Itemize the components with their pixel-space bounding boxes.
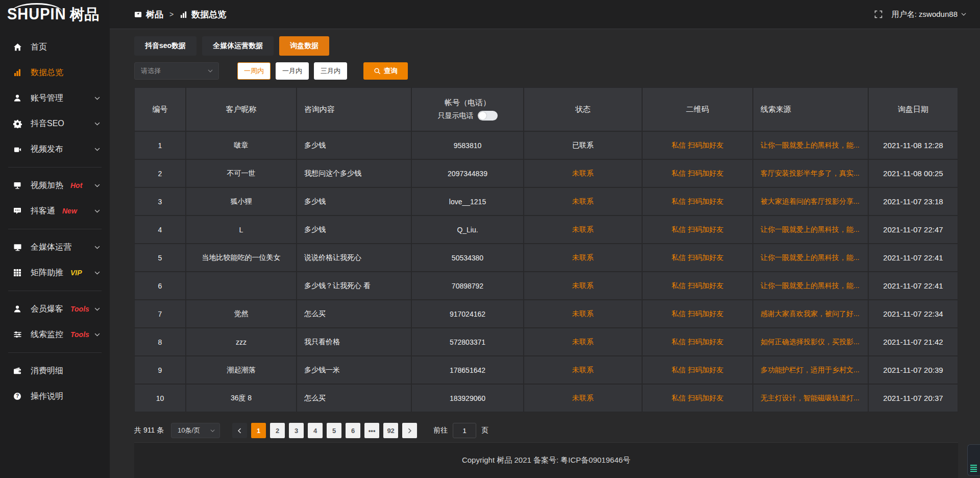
page-button-4[interactable]: 4 xyxy=(308,423,323,438)
row-nickname: 狐小狸 xyxy=(186,188,296,215)
row-date: 2021-11-07 22:47 xyxy=(869,216,958,243)
sidebar-item-video-publish[interactable]: 视频发布 xyxy=(0,136,110,162)
tab-3[interactable]: 询盘数据 xyxy=(279,36,329,56)
sidebar-item-instructions[interactable]: ?操作说明 xyxy=(0,384,110,409)
phone-only-toggle[interactable] xyxy=(478,111,498,121)
page-button-3[interactable]: 3 xyxy=(289,423,304,438)
sidebar-item-douketong[interactable]: 抖客通New xyxy=(0,198,110,224)
row-status: 未联系 xyxy=(524,300,642,327)
more-pages-button[interactable]: ••• xyxy=(364,423,379,438)
tab-1[interactable]: 抖音seo数据 xyxy=(134,36,197,56)
question-icon: ? xyxy=(12,392,22,401)
row-nickname: 潮起潮落 xyxy=(186,356,296,384)
sidebar-item-account-manage[interactable]: 账号管理 xyxy=(0,85,110,111)
row-qr-link[interactable]: 私信 扫码加好友 xyxy=(643,160,752,187)
row-id: 7 xyxy=(135,300,185,327)
user-menu[interactable]: 用户名: zswodun88 xyxy=(892,10,967,19)
row-qr-link[interactable]: 私信 扫码加好友 xyxy=(643,216,752,243)
prev-page-button[interactable] xyxy=(232,423,247,438)
row-account: 183929060 xyxy=(412,385,523,412)
pagination: 共 911 条 10条/页 123456•••92 前往 页 xyxy=(134,423,958,438)
sidebar-item-douyin-seo[interactable]: 抖音SEO xyxy=(0,111,110,136)
row-id: 5 xyxy=(135,244,185,271)
page-size-value: 10条/页 xyxy=(178,426,200,435)
sidebar-item-label: 视频发布 xyxy=(31,144,63,155)
arrow-left-icon xyxy=(236,427,243,434)
sidebar-item-member-burst[interactable]: 会员爆客Tools xyxy=(0,296,110,322)
goto-page-input[interactable] xyxy=(453,423,476,438)
row-qr-link[interactable]: 私信 扫码加好友 xyxy=(643,385,752,412)
logo-text-cn: 树品 xyxy=(70,7,100,22)
tab-2[interactable]: 全媒体运营数据 xyxy=(202,36,274,56)
sidebar-item-omni-media[interactable]: 全媒体运营 xyxy=(0,234,110,260)
row-qr-link[interactable]: 私信 扫码加好友 xyxy=(643,188,752,215)
row-source-link[interactable]: 无主灯设计，智能磁吸轨道灯... xyxy=(753,385,868,412)
page-size-select[interactable]: 10条/页 xyxy=(171,423,220,438)
row-content: 我只看价格 xyxy=(297,328,411,355)
fullscreen-icon[interactable] xyxy=(874,10,883,18)
row-source-link[interactable]: 客厅安装投影半年多了，真实... xyxy=(753,160,868,187)
row-qr-link[interactable]: 私信 扫码加好友 xyxy=(643,132,752,159)
row-source-link[interactable]: 让你一眼就爱上的黑科技，能... xyxy=(753,272,868,299)
sidebar-item-video-heat[interactable]: 视频加热Hot xyxy=(0,173,110,198)
row-date: 2021-11-08 00:25 xyxy=(869,160,958,187)
page-button-92[interactable]: 92 xyxy=(383,423,398,438)
page-button-1[interactable]: 1 xyxy=(251,423,266,438)
range-button-2[interactable]: 一月内 xyxy=(276,62,309,80)
row-account: love__1215 xyxy=(412,188,523,215)
row-account: 70898792 xyxy=(412,272,523,299)
page-button-5[interactable]: 5 xyxy=(327,423,341,438)
breadcrumb-app[interactable]: 树品 xyxy=(146,9,163,20)
sidebar-item-label: 抖客通 xyxy=(31,206,55,217)
row-account: 9583810 xyxy=(412,132,523,159)
sidebar-item-label: 线索监控 xyxy=(31,329,63,340)
goto-label: 前往 xyxy=(433,426,448,435)
row-qr-link[interactable]: 私信 扫码加好友 xyxy=(643,244,752,271)
sidebar-item-data-overview[interactable]: 数据总览 xyxy=(0,60,110,85)
chevron-down-icon xyxy=(94,121,101,127)
col-header-date: 询盘日期 xyxy=(869,88,958,131)
page-button-2[interactable]: 2 xyxy=(270,423,285,438)
query-button[interactable]: 查询 xyxy=(363,62,408,80)
row-qr-link[interactable]: 私信 扫码加好友 xyxy=(643,328,752,355)
row-account: Q_Liu. xyxy=(412,216,523,243)
sidebar-item-home[interactable]: 首页 xyxy=(0,34,110,60)
row-qr-link[interactable]: 私信 扫码加好友 xyxy=(643,300,752,327)
row-source-link[interactable]: 让你一眼就爱上的黑科技，能... xyxy=(753,244,868,271)
row-source-link[interactable]: 如何正确选择投影仪，买投影... xyxy=(753,328,868,355)
row-status: 未联系 xyxy=(524,244,642,271)
row-source-link[interactable]: 感谢大家喜欢我家，被问了好... xyxy=(753,300,868,327)
next-page-button[interactable] xyxy=(402,423,417,438)
row-source-link[interactable]: 被大家追着问的客厅投影分享... xyxy=(753,188,868,215)
filter-bar: 请选择 一周内一月内三月内 查询 xyxy=(134,62,958,80)
table-row: 6多少钱？让我死心 看70898792未联系私信 扫码加好友让你一眼就爱上的黑科… xyxy=(135,272,958,299)
row-nickname: 啵章 xyxy=(186,132,296,159)
breadcrumb-separator: > xyxy=(169,10,174,18)
row-source-link[interactable]: 让你一眼就爱上的黑科技，能... xyxy=(753,216,868,243)
page-button-6[interactable]: 6 xyxy=(346,423,360,438)
corner-widget[interactable] xyxy=(967,444,980,476)
sidebar-item-consume-detail[interactable]: 消费明细 xyxy=(0,358,110,384)
sidebar-item-matrix-boost[interactable]: 矩阵助推VIP xyxy=(0,260,110,285)
sidebar-item-lead-monitor[interactable]: 线索监控Tools xyxy=(0,322,110,347)
chevron-down-icon xyxy=(94,331,101,338)
row-qr-link[interactable]: 私信 扫码加好友 xyxy=(643,272,752,299)
row-status: 未联系 xyxy=(524,385,642,412)
sidebar-item-label: 抖音SEO xyxy=(31,118,64,129)
user-icon xyxy=(12,93,22,103)
home-icon xyxy=(12,42,22,52)
row-source-link[interactable]: 多功能护栏灯，适用于乡村文... xyxy=(753,356,868,384)
range-button-1[interactable]: 一周内 xyxy=(237,62,271,80)
col-header-account: 帐号（电话） 只显示电话 xyxy=(412,88,523,131)
filter-select[interactable]: 请选择 xyxy=(134,62,219,80)
filter-select-value: 请选择 xyxy=(141,66,161,76)
row-qr-link[interactable]: 私信 扫码加好友 xyxy=(643,356,752,384)
row-source-link[interactable]: 让你一眼就爱上的黑科技，能... xyxy=(753,132,868,159)
range-button-3[interactable]: 三月内 xyxy=(314,62,347,80)
row-status: 未联系 xyxy=(524,356,642,384)
row-nickname: 36度 8 xyxy=(186,385,296,412)
row-date: 2021-11-07 22:41 xyxy=(869,272,958,299)
sidebar-item-label: 消费明细 xyxy=(31,366,63,376)
row-content: 我想问这个多少钱 xyxy=(297,160,411,187)
goto-suffix: 页 xyxy=(481,426,488,435)
